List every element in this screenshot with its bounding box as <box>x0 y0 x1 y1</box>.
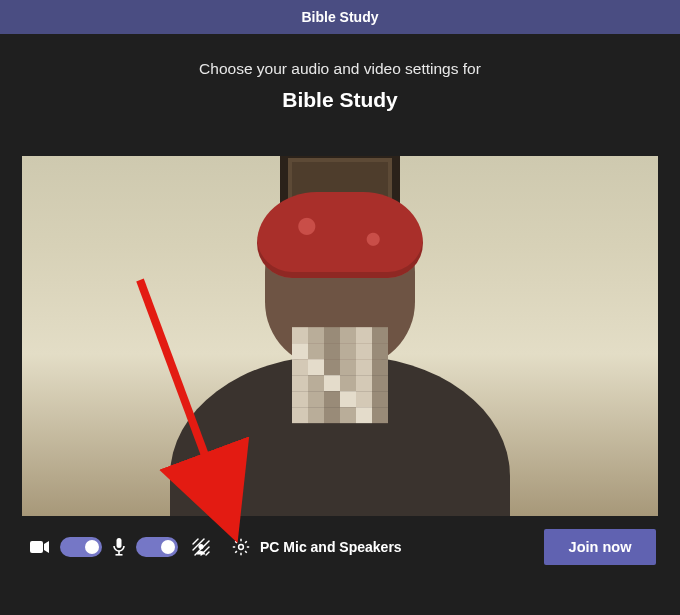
camera-icon <box>30 540 50 554</box>
toggle-knob <box>161 540 175 554</box>
join-now-button[interactable]: Join now <box>544 529 656 565</box>
svg-line-4 <box>193 539 198 544</box>
audio-device-label: PC Mic and Speakers <box>260 539 402 555</box>
gear-icon <box>232 538 250 556</box>
svg-rect-2 <box>118 551 120 554</box>
camera-toggle[interactable] <box>60 537 102 557</box>
video-preview <box>22 156 658 516</box>
prejoin-controls: PC Mic and Speakers Join now <box>22 516 658 578</box>
svg-point-10 <box>239 545 244 550</box>
window-title: Bible Study <box>301 9 378 25</box>
svg-line-16 <box>245 551 247 553</box>
face-blur-overlay <box>292 327 388 423</box>
svg-line-15 <box>235 541 237 543</box>
scene-headscarf <box>257 192 423 278</box>
svg-line-18 <box>245 541 247 543</box>
preview-and-controls: PC Mic and Speakers Join now <box>22 156 658 578</box>
mic-toggle[interactable] <box>136 537 178 557</box>
svg-rect-3 <box>116 554 123 556</box>
toggle-knob <box>85 540 99 554</box>
prejoin-page: Choose your audio and video settings for… <box>0 34 680 578</box>
prejoin-prompt: Choose your audio and video settings for <box>199 60 481 78</box>
meeting-name: Bible Study <box>282 88 398 112</box>
svg-rect-0 <box>30 541 43 553</box>
audio-device-selector[interactable]: PC Mic and Speakers <box>232 538 402 556</box>
background-effects-icon[interactable] <box>192 538 210 556</box>
svg-line-8 <box>206 552 209 555</box>
svg-point-9 <box>198 544 203 549</box>
window-title-bar: Bible Study <box>0 0 680 34</box>
svg-line-17 <box>235 551 237 553</box>
mic-icon <box>112 538 126 556</box>
svg-rect-1 <box>117 538 122 548</box>
